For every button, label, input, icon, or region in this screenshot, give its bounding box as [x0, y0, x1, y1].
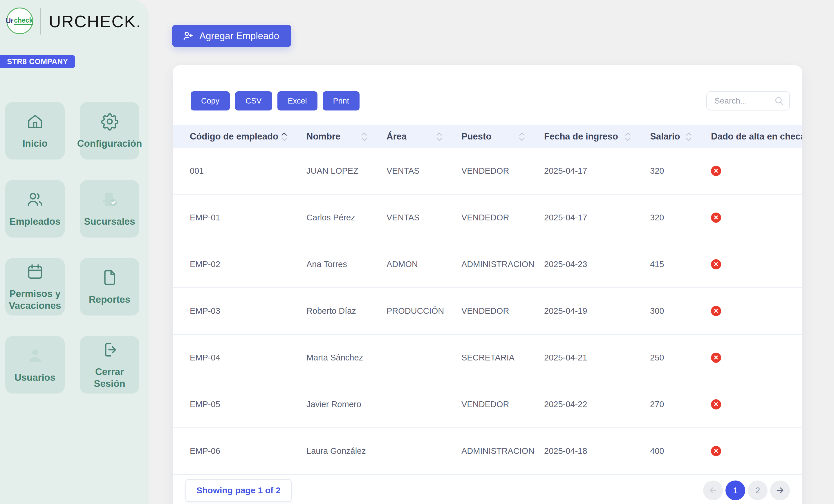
cell-alta-checador: ×	[711, 259, 803, 269]
column-label: Código de empleado	[190, 131, 278, 142]
user-plus-icon	[182, 30, 194, 42]
sidebar-item-configuracion[interactable]: Configuración	[80, 102, 139, 160]
sidebar-item-label: Empleados	[9, 215, 60, 227]
cell-salario: 320	[650, 166, 711, 176]
arrow-left-icon	[708, 485, 718, 495]
column-header-dado-de-alta-en-checador[interactable]: Dado de alta en checador	[711, 131, 803, 142]
cell-puesto: VENDEDOR	[461, 213, 544, 223]
sidebar-item-cerrar-sesion[interactable]: Cerrar Sesión	[80, 336, 139, 393]
next-page-button[interactable]	[770, 481, 790, 500]
not-registered-icon: ×	[711, 212, 721, 223]
sort-carets-icon	[625, 132, 631, 141]
cell-salario: 300	[650, 306, 711, 316]
export-print-button[interactable]: Print	[323, 91, 360, 111]
logo-text-secondary: check	[14, 17, 33, 25]
people-icon	[25, 190, 45, 209]
column-header-puesto[interactable]: Puesto	[461, 131, 544, 142]
not-registered-icon: ×	[711, 166, 721, 176]
sidebar-item-label: Sucursales	[84, 215, 135, 227]
export-buttons: CopyCSVExcelPrint	[191, 91, 365, 111]
export-copy-button[interactable]: Copy	[191, 91, 230, 111]
cell-codigo: EMP-05	[190, 399, 306, 409]
column-label: Dado de alta en checador	[711, 131, 803, 142]
sidebar-item-label: Inicio	[22, 137, 47, 150]
cell-fecha: 2025-04-17	[544, 213, 650, 223]
cell-fecha: 2025-04-18	[544, 446, 650, 456]
cell-alta-checador: ×	[711, 212, 803, 223]
cell-codigo: EMP-01	[190, 213, 306, 223]
cell-alta-checador: ×	[711, 166, 803, 176]
app-logo: Urcheck URCHECK.	[0, 0, 149, 44]
cell-alta-checador: ×	[711, 352, 803, 363]
sidebar-item-empleados[interactable]: Empleados	[5, 180, 65, 237]
export-csv-button[interactable]: CSV	[235, 91, 272, 111]
app-title: URCHECK.	[49, 12, 141, 31]
export-excel-button[interactable]: Excel	[278, 91, 317, 111]
column-header-codigo-de-empleado[interactable]: Código de empleado	[190, 131, 306, 142]
sidebar-item-permisos-y-vacaciones[interactable]: Permisos y Vacaciones	[5, 258, 65, 316]
column-header-area[interactable]: Área	[387, 131, 461, 142]
table-row: EMP-04Marta SánchezSECRETARIA2025-04-212…	[173, 335, 803, 381]
sidebar-item-inicio[interactable]: Inicio	[5, 102, 65, 160]
add-employee-button[interactable]: Agregar Empleado	[172, 25, 291, 47]
gear-icon	[100, 112, 119, 131]
column-header-fecha-de-ingreso[interactable]: Fecha de ingreso	[544, 131, 650, 142]
cell-alta-checador: ×	[711, 306, 803, 316]
column-label: Salario	[650, 131, 680, 142]
table-row: EMP-03Roberto DíazPRODUCCIÓNVENDEDOR2025…	[173, 288, 803, 335]
table-body: 001JUAN LOPEZVENTASVENDEDOR2025-04-17320…	[173, 148, 803, 475]
sidebar-item-label: Configuración	[77, 137, 142, 150]
cell-codigo: EMP-04	[190, 353, 306, 363]
column-header-nombre[interactable]: Nombre	[306, 131, 387, 142]
cell-nombre: Carlos Pérez	[306, 213, 387, 223]
not-registered-icon: ×	[711, 352, 721, 363]
sidebar-item-sucursales[interactable]: Sucursales	[80, 180, 139, 237]
cell-nombre: Marta Sánchez	[306, 353, 387, 363]
not-registered-icon: ×	[711, 446, 721, 456]
sidebar-item-usuarios[interactable]: Usuarios	[5, 336, 65, 393]
cell-codigo: EMP-06	[190, 446, 306, 456]
cell-area: PRODUCCIÓN	[387, 306, 461, 316]
column-label: Nombre	[306, 131, 341, 142]
cell-fecha: 2025-04-19	[544, 306, 650, 316]
cell-fecha: 2025-04-21	[544, 353, 650, 363]
cell-salario: 270	[650, 399, 711, 409]
cell-puesto: VENDEDOR	[461, 166, 544, 176]
cell-nombre: Roberto Díaz	[306, 306, 387, 316]
user-icon	[25, 346, 45, 365]
cell-area: ADMON	[387, 259, 461, 269]
pagination-controls: 12	[703, 481, 790, 500]
prev-page-button[interactable]	[703, 481, 723, 500]
store-check-icon	[100, 190, 119, 209]
page-2-button[interactable]: 2	[748, 481, 768, 500]
logo-mark: Urcheck	[6, 7, 33, 34]
column-header-salario[interactable]: Salario	[650, 131, 711, 142]
sort-carets-icon	[686, 132, 692, 141]
cell-puesto: ADMINISTRACION	[461, 259, 544, 269]
employees-card: CopyCSVExcelPrint Código de empleadoNomb…	[173, 65, 803, 504]
cell-salario: 320	[650, 213, 711, 223]
cell-codigo: 001	[190, 166, 306, 176]
cell-fecha: 2025-04-23	[544, 259, 650, 269]
page-summary: Showing page 1 of 2	[185, 479, 292, 502]
not-registered-icon: ×	[711, 259, 721, 269]
company-badge: STR8 COMPANY	[0, 55, 75, 68]
cell-codigo: EMP-03	[190, 306, 306, 316]
column-label: Puesto	[461, 131, 491, 142]
cell-nombre: Laura González	[306, 446, 387, 456]
cell-alta-checador: ×	[711, 446, 803, 456]
search-box	[706, 91, 790, 111]
sort-carets-icon	[519, 132, 525, 141]
search-input[interactable]	[706, 91, 790, 111]
cell-puesto: SECRETARIA	[461, 353, 544, 363]
cell-puesto: VENDEDOR	[461, 306, 544, 316]
sidebar-item-label: Cerrar Sesión	[83, 366, 136, 390]
add-employee-label: Agregar Empleado	[199, 30, 279, 42]
sidebar-item-reportes[interactable]: Reportes	[80, 258, 139, 316]
column-label: Fecha de ingreso	[544, 131, 618, 142]
table-toolbar: CopyCSVExcelPrint	[191, 91, 790, 111]
sidebar-item-label: Permisos y Vacaciones	[8, 288, 62, 312]
column-label: Área	[387, 131, 407, 142]
page-1-button[interactable]: 1	[725, 481, 745, 500]
cell-nombre: Javier Romero	[306, 399, 387, 409]
